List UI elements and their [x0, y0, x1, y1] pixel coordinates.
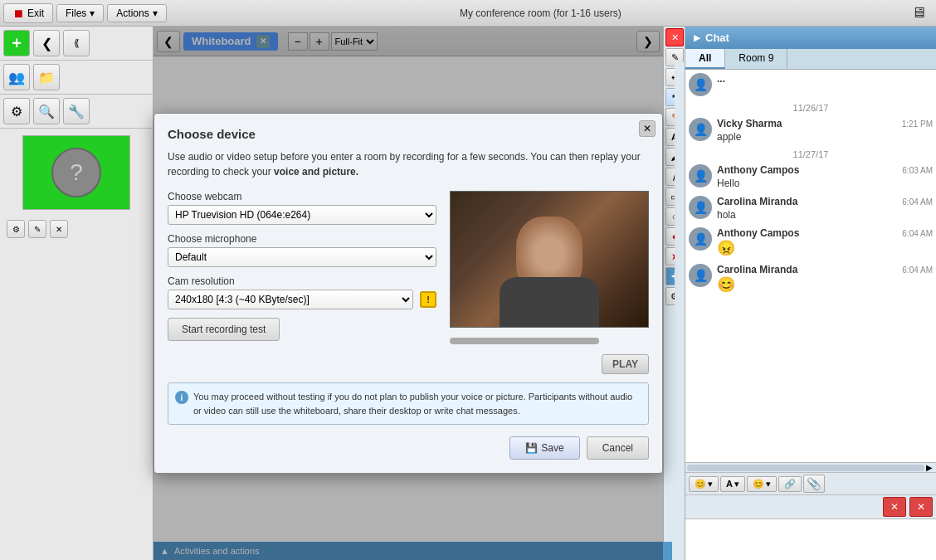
- modal-footer: 💾 Save Cancel: [168, 436, 649, 460]
- webcam-label: Choose webcam: [168, 191, 436, 202]
- warning-icon: !: [420, 291, 436, 308]
- user-ctrl-close[interactable]: ✕: [50, 220, 68, 238]
- chat-input[interactable]: [689, 523, 933, 557]
- files-button[interactable]: Files ▾: [56, 4, 104, 22]
- send-icon: 📎: [807, 477, 821, 490]
- message-time: 1:21 PM: [902, 119, 933, 129]
- webcam-select[interactable]: HP Truevision HD (064e:e264): [168, 205, 436, 225]
- tab-room9[interactable]: Room 9: [725, 49, 787, 69]
- avatar: 👤: [689, 227, 712, 251]
- message-content: Anthony Campos 6:03 AM Hello: [717, 164, 933, 189]
- right-panel: ▶ Chat All Room 9 👤 ... 11/26/17 👤: [685, 27, 936, 560]
- modal-close-button[interactable]: ✕: [639, 120, 656, 137]
- message-content: Carolina Miranda 6:04 AM hola: [717, 196, 933, 221]
- exit-button[interactable]: ⏹ Exit: [3, 3, 53, 23]
- cancel-button[interactable]: Cancel: [587, 436, 649, 460]
- video-preview: [450, 191, 649, 328]
- chat-header-label: Chat: [705, 32, 729, 44]
- save-icon: 💾: [525, 442, 538, 454]
- message-header: Carolina Miranda 6:04 AM: [717, 196, 933, 207]
- main-layout: + ❮ ⟪ 👥 📁 ⚙ 🔍 🔧 ?: [0, 27, 936, 560]
- sidebar-icons-row3: ⚙ 🔍 🔧: [0, 95, 153, 129]
- font-btn[interactable]: A ▾: [720, 476, 745, 492]
- message-name: Anthony Campos: [717, 164, 799, 176]
- user-controls: ⚙ ✎ ✕: [0, 217, 153, 241]
- start-recording-button[interactable]: Start recording test: [168, 318, 280, 341]
- actions-button[interactable]: Actions ▾: [107, 4, 166, 22]
- exit-icon: ⏹: [12, 7, 24, 20]
- emoji-dropdown-icon: ▾: [708, 479, 713, 489]
- list-item: 👤 Vicky Sharma 1:21 PM apple: [689, 118, 933, 143]
- message-time: 6:04 AM: [902, 197, 933, 207]
- left-sidebar: + ❮ ⟪ 👥 📁 ⚙ 🔍 🔧 ?: [0, 27, 154, 560]
- users-icon-btn[interactable]: 👥: [3, 64, 30, 90]
- chat-scrollbar-h[interactable]: ▶: [685, 462, 936, 472]
- link-btn[interactable]: 🔗: [778, 476, 802, 492]
- center-area: ❮ Whiteboard ✕ − + Full-Fit ❯ Choose dev…: [154, 27, 663, 560]
- message-text: apple: [717, 131, 933, 143]
- video-bar: [450, 338, 599, 344]
- cam-row: 240x180 [4:3 (~40 KByte/sec)] !: [168, 290, 436, 309]
- cam-resolution-group: Cam resolution 240x180 [4:3 (~40 KByte/s…: [168, 275, 436, 309]
- message-content: ...: [717, 73, 933, 85]
- choose-device-modal: Choose device ✕ Use audio or video setup…: [154, 113, 663, 474]
- video-body: [500, 277, 599, 327]
- add-button[interactable]: +: [3, 30, 30, 56]
- folder-icon-btn[interactable]: 📁: [33, 64, 60, 90]
- gear-icon-btn[interactable]: ⚙: [3, 98, 30, 124]
- emoji-picker-btn[interactable]: 😊 ▾: [689, 476, 719, 492]
- microphone-select[interactable]: Default: [168, 247, 436, 267]
- modal-overlay: Choose device ✕ Use audio or video setup…: [154, 27, 663, 560]
- play-button[interactable]: PLAY: [602, 354, 649, 374]
- cancel-check-btn[interactable]: ✕: [909, 497, 933, 517]
- users-icon: 👥: [8, 70, 25, 85]
- modal-desc-text: Use audio or video setup before you ente…: [168, 151, 641, 178]
- scroll-right-icon[interactable]: ▶: [924, 463, 934, 473]
- chat-input-area[interactable]: [685, 519, 936, 560]
- cam-select-wrap: 240x180 [4:3 (~40 KByte/sec)]: [168, 290, 413, 309]
- message-text: Hello: [717, 178, 933, 189]
- emoji-message: 😊: [717, 275, 933, 294]
- microphone-label: Choose microphone: [168, 233, 436, 245]
- message-content: Carolina Miranda 6:04 AM 😊: [717, 264, 933, 294]
- conference-info: 🖥: [911, 4, 926, 22]
- cam-resolution-select[interactable]: 240x180 [4:3 (~40 KByte/sec)]: [168, 290, 413, 309]
- webcam-search-icon: 🔍: [38, 104, 55, 119]
- message-name: ...: [717, 73, 725, 85]
- chat-cancel-btns: ✕ ✕: [685, 494, 936, 519]
- cancel-x-btn[interactable]: ✕: [883, 497, 906, 517]
- save-label: Save: [541, 442, 563, 454]
- user-ctrl-settings[interactable]: ⚙: [7, 220, 25, 238]
- user-ctrl-edit[interactable]: ✎: [28, 220, 46, 238]
- avatar: 👤: [689, 73, 712, 96]
- avatar: 👤: [689, 118, 712, 141]
- message-time: 6:04 AM: [902, 229, 933, 238]
- collapse-button[interactable]: ⟪: [63, 30, 90, 56]
- info-icon: i: [175, 391, 188, 404]
- tab-all[interactable]: All: [685, 49, 725, 69]
- font-icon: A: [726, 479, 733, 489]
- files-label: Files: [66, 7, 86, 19]
- chat-messages[interactable]: 👤 ... 11/26/17 👤 Vicky Sharma 1:21 PM ap…: [685, 70, 936, 462]
- back-button[interactable]: ❮: [33, 30, 60, 56]
- question-mark-icon: ?: [70, 159, 83, 186]
- send-btn[interactable]: 📎: [803, 475, 825, 493]
- search-webcam-btn[interactable]: 🔍: [33, 98, 60, 124]
- message-header: Anthony Campos 6:03 AM: [717, 164, 933, 176]
- font-dropdown-icon: ▾: [734, 479, 739, 489]
- sidebar-icons-row1: + ❮ ⟪: [0, 27, 153, 61]
- more-emoji-icon: 😊: [753, 479, 764, 489]
- message-content: Anthony Campos 6:04 AM 😠: [717, 227, 933, 257]
- cam-resolution-label: Cam resolution: [168, 275, 436, 287]
- close-tool-btn[interactable]: ✕: [665, 28, 684, 46]
- chat-scrollbar-v[interactable]: [675, 62, 685, 411]
- modal-desc-bold: voice and picture.: [274, 166, 358, 178]
- save-button[interactable]: 💾 Save: [509, 436, 579, 460]
- tools-btn[interactable]: 🔧: [63, 98, 90, 124]
- message-header: ...: [717, 73, 933, 85]
- chat-date-2: 11/27/17: [689, 149, 933, 159]
- avatar: 👤: [689, 196, 712, 219]
- modal-body: Choose webcam HP Truevision HD (064e:e26…: [168, 191, 649, 374]
- more-emoji-btn[interactable]: 😊 ▾: [747, 476, 777, 492]
- webcam-group: Choose webcam HP Truevision HD (064e:e26…: [168, 191, 436, 225]
